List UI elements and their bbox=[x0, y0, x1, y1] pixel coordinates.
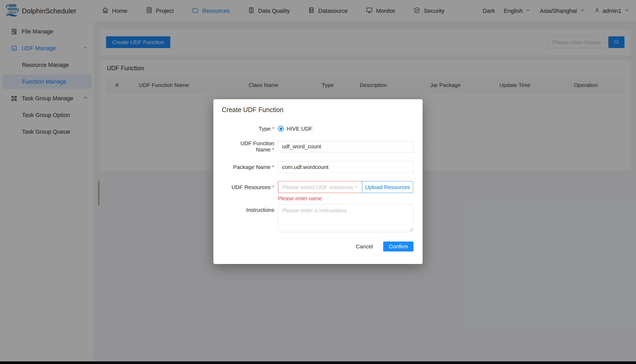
type-label: Type* bbox=[222, 126, 274, 132]
radio-dot bbox=[279, 127, 282, 130]
modal-footer: Cancel Confirm bbox=[222, 242, 413, 251]
instructions-label: Instructions bbox=[222, 204, 274, 213]
chevron-down-icon bbox=[354, 184, 359, 190]
form-row-type: Type* HIVE UDF bbox=[222, 126, 413, 132]
function-name-label: UDF Function Name* bbox=[222, 140, 274, 153]
udf-resources-control: Please select UDF resources Upload Resou… bbox=[278, 181, 413, 193]
scrollbar-thumb[interactable] bbox=[98, 181, 100, 206]
cancel-button[interactable]: Cancel bbox=[356, 243, 373, 250]
create-udf-function-modal: Create UDF Function Type* HIVE UDF UDF F… bbox=[213, 99, 423, 264]
required-asterisk: * bbox=[272, 126, 274, 132]
confirm-button[interactable]: Confirm bbox=[383, 242, 413, 251]
modal-title: Create UDF Function bbox=[222, 106, 413, 114]
label-text: Package Name bbox=[233, 164, 271, 170]
instructions-textarea[interactable] bbox=[278, 204, 413, 232]
udf-resources-label: UDF Resources* bbox=[222, 184, 274, 190]
form-row-instructions: Instructions bbox=[222, 204, 413, 233]
hive-udf-radio-label: HIVE UDF bbox=[287, 126, 312, 132]
package-name-label: Package Name* bbox=[222, 164, 274, 170]
form-row-package-name: Package Name* bbox=[222, 161, 413, 173]
udf-function-name-input[interactable] bbox=[278, 141, 413, 152]
label-text: UDF Resources bbox=[231, 184, 270, 190]
required-asterisk: * bbox=[272, 184, 274, 190]
bottom-edge-strip bbox=[0, 361, 636, 364]
select-placeholder: Please select UDF resources bbox=[282, 184, 354, 190]
form-row-udf-resources: UDF Resources* Please select UDF resourc… bbox=[222, 181, 413, 193]
validation-error-message: Please enter name bbox=[278, 195, 413, 202]
package-name-input[interactable] bbox=[278, 161, 413, 173]
required-asterisk: * bbox=[272, 146, 274, 152]
required-asterisk: * bbox=[272, 164, 274, 170]
label-text: Type bbox=[259, 126, 271, 132]
hive-udf-radio[interactable] bbox=[278, 126, 284, 132]
package-name-control bbox=[278, 161, 413, 173]
form-row-function-name: UDF Function Name* bbox=[222, 140, 413, 153]
udf-resources-select[interactable]: Please select UDF resources bbox=[278, 181, 362, 193]
instructions-control bbox=[278, 204, 413, 233]
label-text: Instructions bbox=[246, 207, 274, 213]
label-text: UDF Function Name bbox=[240, 140, 274, 152]
function-name-control bbox=[278, 141, 413, 152]
upload-resources-button[interactable]: Upload Resources bbox=[362, 181, 413, 193]
type-control: HIVE UDF bbox=[278, 126, 413, 132]
